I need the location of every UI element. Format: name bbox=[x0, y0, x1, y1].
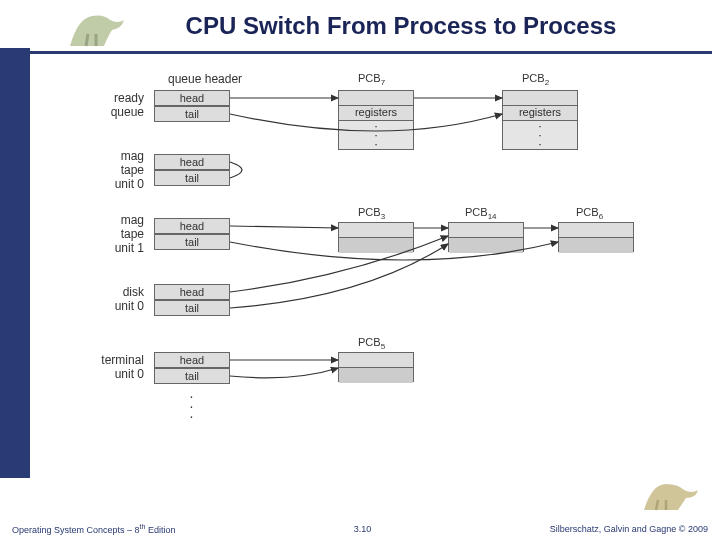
pcb5-label: PCB5 bbox=[358, 336, 385, 351]
pcb5-box bbox=[338, 352, 414, 382]
pcb14-label: PCB14 bbox=[465, 206, 497, 221]
pcb3-box bbox=[338, 222, 414, 252]
pcb6-box bbox=[558, 222, 634, 252]
dinosaur-logo-bottom bbox=[640, 476, 704, 516]
ready-queue-tail: tail bbox=[154, 106, 230, 122]
left-accent-bar bbox=[0, 48, 30, 478]
column-header-queue: queue header bbox=[168, 72, 242, 86]
mag1-tail: tail bbox=[154, 234, 230, 250]
dinosaur-logo-top bbox=[64, 6, 136, 54]
footer-pagenum: 3.10 bbox=[354, 524, 372, 534]
svg-line-2 bbox=[230, 226, 338, 228]
term0-tail: tail bbox=[154, 368, 230, 384]
pcb7-label: PCB7 bbox=[358, 72, 385, 87]
row-label-disk0: disk unit 0 bbox=[84, 286, 144, 314]
pcb3-label: PCB3 bbox=[358, 206, 385, 221]
queue-diagram: queue header ready queue head tail mag t… bbox=[84, 78, 664, 478]
pcb7-box: registers ··· bbox=[338, 90, 414, 150]
term0-head: head bbox=[154, 352, 230, 368]
slide-header: CPU Switch From Process to Process bbox=[30, 6, 712, 54]
footer-right: Silberschatz, Galvin and Gagne © 2009 bbox=[550, 524, 708, 534]
ready-queue-head: head bbox=[154, 90, 230, 106]
mag1-head: head bbox=[154, 218, 230, 234]
ellipsis-vertical-icon: ··· bbox=[187, 392, 197, 421]
mag0-head: head bbox=[154, 154, 230, 170]
footer-left: Operating System Concepts – 8th Edition bbox=[12, 523, 175, 535]
slide-footer: Operating System Concepts – 8th Edition … bbox=[0, 518, 720, 540]
row-label-mag0: mag tape unit 0 bbox=[84, 150, 144, 191]
row-label-term0: terminal unit 0 bbox=[84, 354, 144, 382]
disk0-tail: tail bbox=[154, 300, 230, 316]
pcb2-box: registers ··· bbox=[502, 90, 578, 150]
pcb2-label: PCB2 bbox=[522, 72, 549, 87]
row-label-mag1: mag tape unit 1 bbox=[84, 214, 144, 255]
mag0-tail: tail bbox=[154, 170, 230, 186]
pcb14-box bbox=[448, 222, 524, 252]
pcb6-label: PCB6 bbox=[576, 206, 603, 221]
row-label-ready-queue: ready queue bbox=[84, 92, 144, 120]
disk0-head: head bbox=[154, 284, 230, 300]
